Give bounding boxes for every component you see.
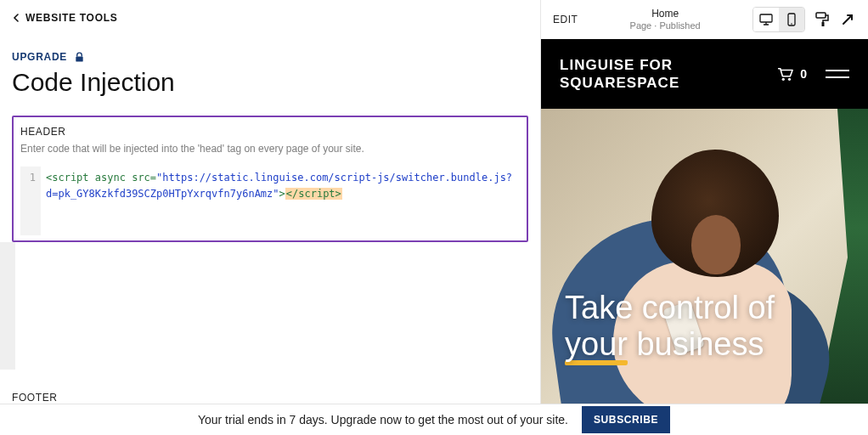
device-toggle <box>752 7 805 32</box>
page-status: Page · Published <box>586 20 744 31</box>
cart-icon <box>776 66 795 82</box>
paint-roller-icon[interactable] <box>814 11 831 28</box>
preview-toolbar: EDIT Home Page · Published <box>541 0 868 39</box>
header-section-title: HEADER <box>20 126 520 138</box>
hero-heading: Take control of your business <box>541 290 775 404</box>
subscribe-button[interactable]: SUBSCRIBE <box>582 406 670 433</box>
mobile-view-button[interactable] <box>779 8 804 31</box>
cart-button[interactable]: 0 <box>776 66 807 82</box>
code-content[interactable]: <script async src="https://static.lingui… <box>41 167 520 235</box>
header-code-section: HEADER Enter code that will be injected … <box>12 116 528 242</box>
svg-rect-0 <box>76 56 82 61</box>
chevron-left-icon <box>12 14 20 22</box>
back-to-website-tools[interactable]: WEBSITE TOOLS <box>12 0 528 32</box>
svg-rect-5 <box>822 22 825 26</box>
site-preview: LINGUISE FOR SQUARESPACE 0 <box>541 39 868 404</box>
hamburger-line-icon <box>826 76 849 78</box>
hero-section: Take control of your business <box>541 109 868 404</box>
trial-text: Your trial ends in 7 days. Upgrade now t… <box>198 413 568 427</box>
site-header: LINGUISE FOR SQUARESPACE 0 <box>541 39 868 109</box>
back-label: WEBSITE TOOLS <box>25 12 117 24</box>
page-title: Code Injection <box>12 68 528 97</box>
desktop-icon <box>759 14 773 25</box>
svg-rect-4 <box>816 13 826 18</box>
spacer <box>0 242 528 370</box>
lock-icon <box>74 52 85 63</box>
svg-rect-1 <box>760 14 772 22</box>
mobile-icon <box>787 13 796 26</box>
footer-section-title: FOOTER <box>12 392 528 404</box>
header-section-desc: Enter code that will be injected into th… <box>20 143 520 155</box>
edit-button[interactable]: EDIT <box>553 14 578 25</box>
site-title[interactable]: LINGUISE FOR SQUARESPACE <box>560 56 679 93</box>
svg-point-6 <box>782 78 785 81</box>
expand-icon[interactable] <box>839 11 856 28</box>
menu-button[interactable] <box>826 70 849 78</box>
upgrade-link[interactable]: UPGRADE <box>12 51 528 63</box>
page-name: Home <box>586 8 744 20</box>
trial-bar: Your trial ends in 7 days. Upgrade now t… <box>0 404 868 435</box>
hamburger-line-icon <box>826 70 849 71</box>
svg-point-7 <box>788 78 791 81</box>
code-gutter: 1 <box>20 167 41 235</box>
upgrade-label: UPGRADE <box>12 51 67 63</box>
footer-code-section: FOOTER Enter code that will be injected … <box>12 392 528 404</box>
svg-point-3 <box>791 23 792 25</box>
cart-count: 0 <box>800 67 807 81</box>
page-info[interactable]: Home Page · Published <box>586 8 744 31</box>
header-code-editor[interactable]: 1 <script async src="https://static.ling… <box>20 167 520 235</box>
desktop-view-button[interactable] <box>753 8 779 31</box>
